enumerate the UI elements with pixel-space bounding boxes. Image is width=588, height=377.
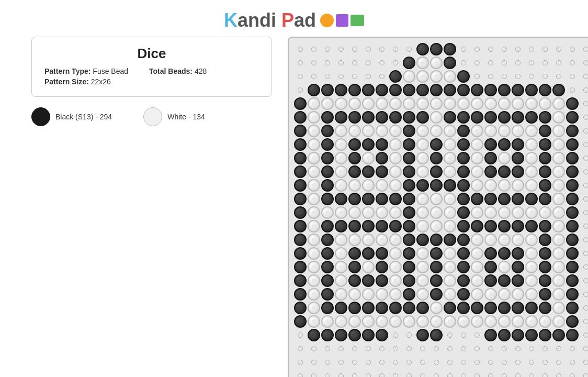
bead-cell: [483, 42, 498, 57]
bead-cell: [334, 341, 348, 356]
bead-cell: [456, 314, 471, 329]
bead-cell: [511, 287, 525, 302]
bead-cell: [375, 355, 389, 370]
bead-cell: [375, 246, 389, 261]
bead-cell: [320, 246, 335, 261]
bead-cell: [334, 328, 348, 342]
bead-cell: [307, 69, 321, 84]
bead-cell: [483, 178, 498, 193]
bead-cell: [579, 232, 588, 247]
bead-cell: [402, 205, 416, 220]
bead-cell: [470, 260, 484, 274]
bead-cell: [470, 273, 484, 288]
swatch-black-label: Black (S13) - 294: [55, 113, 112, 121]
bead-cell: [429, 287, 444, 302]
bead-cell: [511, 178, 525, 193]
bead-cell: [579, 110, 588, 125]
bead-cell: [402, 83, 416, 97]
bead-cell: [347, 137, 362, 152]
bead-cell: [497, 205, 512, 220]
bead-cell: [415, 273, 430, 288]
bead-cell: [429, 246, 444, 261]
pattern-size: Pattern Size: 22x26: [44, 77, 111, 86]
bead-cell: [320, 137, 335, 152]
bead-cell: [347, 273, 362, 288]
bead-cell: [538, 137, 552, 152]
bead-cell: [524, 96, 539, 111]
logo[interactable]: Kandi Pad: [224, 9, 316, 31]
bead-cell: [388, 124, 403, 138]
bead-cell: [511, 192, 525, 206]
bead-cell: [551, 110, 566, 125]
bead-cell: [551, 287, 566, 302]
bead-cell: [388, 328, 403, 342]
bead-cell: [456, 219, 471, 234]
bead-cell: [538, 232, 552, 247]
bead-cell: [320, 96, 335, 111]
bead-cell: [443, 355, 457, 370]
bead-cell: [551, 260, 566, 274]
bead-cell: [375, 260, 389, 274]
bead-cell: [497, 164, 512, 179]
bead-cell: [579, 341, 588, 356]
bead-cell: [347, 124, 362, 138]
pattern-size-value: 22x26: [91, 77, 111, 86]
bead-cell: [415, 96, 430, 111]
bead-cell: [334, 314, 348, 329]
bead-cell: [470, 96, 484, 111]
bead-cell: [307, 219, 321, 234]
bead-cell: [565, 110, 580, 125]
bead-cell: [415, 260, 430, 274]
bead-cell: [388, 42, 403, 57]
bead-cell: [415, 164, 430, 179]
bead-cell: [334, 273, 348, 288]
swatch-circle-black: [31, 107, 50, 126]
bead-cell: [320, 260, 335, 274]
bead-cell: [538, 69, 552, 84]
bead-cell: [320, 219, 335, 234]
bead-cell: [524, 192, 539, 206]
logo-icon-purple: [336, 14, 348, 27]
bead-cell: [524, 355, 539, 370]
bead-cell: [579, 273, 588, 288]
bead-cell: [293, 56, 308, 70]
bead-cell: [511, 246, 525, 261]
bead-cell: [483, 69, 498, 84]
bead-cell: [538, 301, 552, 315]
bead-cell: [443, 287, 457, 302]
bead-cell: [551, 355, 566, 370]
bead-cell: [497, 83, 512, 97]
bead-cell: [334, 301, 348, 315]
info-row-2: Pattern Size: 22x26: [44, 77, 259, 86]
bead-cell: [524, 110, 539, 125]
left-panel: Dice Pattern Type: Fuse Bead Total Beads…: [16, 37, 267, 377]
bead-cell: [375, 232, 389, 247]
pattern-type: Pattern Type: Fuse Bead: [44, 67, 128, 75]
bead-cell: [551, 328, 566, 342]
bead-cell: [388, 69, 403, 84]
bead-cell: [429, 96, 444, 111]
bead-cell: [470, 355, 484, 370]
bead-cell: [538, 355, 552, 370]
bead-cell: [361, 246, 376, 261]
bead-cell: [565, 96, 580, 111]
bead-cell: [483, 369, 498, 377]
bead-grid: [293, 42, 588, 377]
bead-cell: [320, 151, 335, 165]
bead-cell: [429, 178, 444, 193]
bead-cell: [415, 369, 430, 377]
bead-cell: [388, 96, 403, 111]
bead-cell: [402, 369, 416, 377]
bead-cell: [456, 110, 471, 125]
pattern-type-value: Fuse Bead: [93, 67, 128, 75]
bead-cell: [551, 96, 566, 111]
bead-cell: [565, 69, 580, 84]
bead-cell: [483, 260, 498, 274]
bead-cell: [579, 328, 588, 342]
bead-cell: [429, 273, 444, 288]
bead-cell: [334, 205, 348, 220]
bead-cell: [511, 110, 525, 125]
bead-cell: [456, 69, 471, 84]
bead-cell: [402, 341, 416, 356]
bead-cell: [375, 42, 389, 57]
